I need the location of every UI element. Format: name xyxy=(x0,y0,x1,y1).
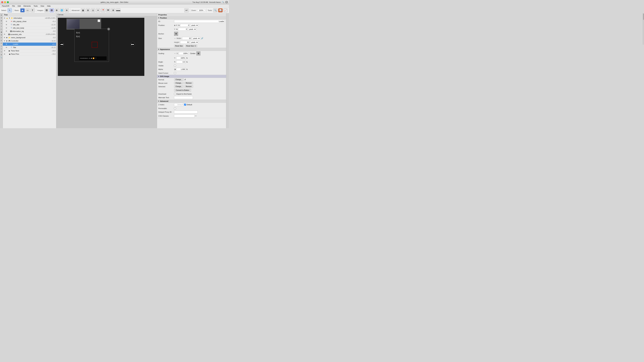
web-button[interactable]: 🌐 xyxy=(60,8,64,12)
menu-file[interactable]: File xyxy=(11,5,16,7)
vis-eye-info-title[interactable]: 👁 xyxy=(5,23,8,26)
menu-tools[interactable]: Tools xyxy=(32,5,39,7)
select-tool-button[interactable]: ↖ xyxy=(8,8,12,12)
reset-size-button[interactable]: Reset Size xyxy=(174,45,184,47)
advanced-2-button[interactable]: ⊞ xyxy=(86,8,90,12)
traffic-lights[interactable] xyxy=(1,1,9,3)
mouse-over-remove-button[interactable]: Remove xyxy=(184,82,193,84)
vis-eye-information[interactable]: 👁 xyxy=(4,17,6,19)
basic-rect-button[interactable]: ■ xyxy=(20,8,25,12)
map-button[interactable]: ⊕ xyxy=(64,8,69,12)
x-position-input[interactable] xyxy=(180,24,190,27)
center-grid[interactable] xyxy=(196,51,200,55)
tree-item-information[interactable]: 👁 🔒 ▼ 📁 information ↦0.00%,0.00% xyxy=(3,16,56,20)
vis-eye-controller[interactable]: 👁 xyxy=(4,40,6,42)
menu-view[interactable]: View xyxy=(39,5,46,7)
tree-item-info-title[interactable]: 👁 T info_title ↓12,15 xyxy=(3,23,56,26)
hand-cursor-checkbox[interactable] xyxy=(174,72,176,74)
anchor-bl[interactable] xyxy=(174,34,175,36)
tree-item-pano-next[interactable]: 👁 ▶ Pano Next →23,0 xyxy=(3,49,56,52)
expander-menu-bg[interactable]: ▶ xyxy=(6,37,8,38)
anchor-ml[interactable] xyxy=(174,33,175,34)
anchor-tr[interactable] xyxy=(177,32,178,33)
tree-item-controller[interactable]: 👁 ▶ 🎮 Controller ←10,15 xyxy=(3,39,56,42)
prev-button[interactable]: ◀◀ xyxy=(60,42,64,46)
center-tm[interactable] xyxy=(198,51,199,53)
z-index-default-checkbox[interactable] xyxy=(184,104,186,106)
next-button[interactable]: ▶▶ xyxy=(130,42,135,46)
alpha-stepper[interactable]: ⇅ xyxy=(186,68,188,70)
thumbnail-checkbox[interactable]: ✓ xyxy=(98,19,100,22)
advanced-7-button[interactable]: 🖥 xyxy=(111,8,116,12)
width-input[interactable] xyxy=(182,37,192,40)
height-unit-select[interactable]: pixels % xyxy=(190,41,198,44)
advanced-8-button[interactable]: ▬▬ xyxy=(116,8,120,12)
tree-item-title[interactable]: 👁 T Title ↓15,15 xyxy=(3,46,56,49)
advanced-section-header[interactable]: ▼ Advanced xyxy=(157,100,226,103)
image-button[interactable]: 🖼 xyxy=(44,8,49,12)
media-control-2[interactable]: ⏹ xyxy=(90,57,92,59)
left-tool-2[interactable]: ⟲ xyxy=(0,17,3,19)
advanced-6-button[interactable]: 🗺 xyxy=(106,8,110,12)
advanced-1-button[interactable]: ▦ xyxy=(81,8,85,12)
anchor-mr[interactable] xyxy=(177,33,178,34)
scale-y-input[interactable] xyxy=(176,56,186,59)
advanced-5-button[interactable]: 📍 xyxy=(101,8,105,12)
tree-item-information-bg[interactable]: 👁 information_bg ↓0,0 xyxy=(3,30,56,33)
angle-input[interactable] xyxy=(176,60,186,63)
left-tool-1[interactable]: ⊕ xyxy=(0,14,3,16)
tree-item-info-popup-close[interactable]: 👁 ✕ info_popup_close ×5,4 xyxy=(3,20,56,23)
tools-2-button[interactable]: 📊 xyxy=(218,8,223,12)
center-tr[interactable] xyxy=(199,51,200,53)
tree-item-info-text-body[interactable]: 👁 T info_text_body ↓12,45 xyxy=(3,26,56,30)
left-tool-9[interactable]: P xyxy=(0,36,3,39)
undo-button[interactable]: ↩ xyxy=(184,8,189,12)
vis-eye-screentint[interactable]: 👁 xyxy=(4,33,6,35)
id-input[interactable] xyxy=(174,20,225,23)
anchor-tm[interactable] xyxy=(176,32,177,33)
basic-border-button[interactable]: ▭ xyxy=(25,8,30,12)
basic-text-button[interactable]: T xyxy=(30,8,35,12)
vis-eye-info-text-body[interactable]: 👁 xyxy=(5,27,8,29)
svg-button[interactable]: ✿ xyxy=(54,8,59,12)
left-tool-16[interactable]: 🔍 xyxy=(0,56,3,59)
media-control-1[interactable]: ⏸ xyxy=(88,57,90,59)
menu-pano2vr[interactable]: Pano2VR xyxy=(1,5,10,7)
center-ml[interactable] xyxy=(196,53,198,54)
svg-image-section-header[interactable]: ▼ SVG Image xyxy=(157,75,226,78)
left-tool-11[interactable]: P xyxy=(0,42,3,45)
tree-item-loader[interactable]: 👁 ● Loader ●0,0 xyxy=(3,42,56,46)
media-control-3[interactable]: ⏩ xyxy=(92,57,94,59)
normal-refresh-icon[interactable]: ↺ xyxy=(184,78,186,81)
scale-y-stepper[interactable]: ⇅ xyxy=(186,57,188,59)
vis-eye-pano-prev[interactable]: 👁 xyxy=(4,53,6,55)
media-control-4[interactable]: ⛶ xyxy=(95,57,96,59)
menu-edit[interactable]: Edit xyxy=(16,5,22,7)
mouse-over-change-button[interactable]: Change... xyxy=(174,82,184,84)
canvas-viewport[interactable]: ✓ ✕ $(ut) $(ui) ◀◀ ▶▶ ℹ xyxy=(56,16,157,128)
vis-eye-menu-bg[interactable]: 👁 xyxy=(4,36,6,39)
menu-elements[interactable]: Elements xyxy=(22,5,32,7)
vis-eye-information-bg[interactable]: 👁 xyxy=(5,30,8,32)
advanced-4-button[interactable]: ✦ xyxy=(96,8,100,12)
alpha-input[interactable] xyxy=(176,68,186,71)
alt-text-input[interactable] xyxy=(174,96,193,99)
tree-item-screentint-info[interactable]: 👁 screentint_info ↓0.00%,0.00% xyxy=(3,33,56,36)
hotspot-proxy-input[interactable] xyxy=(174,111,198,113)
permeable-checkbox[interactable] xyxy=(174,107,176,109)
appearance-section-header[interactable]: ▼ Appearance xyxy=(157,48,226,51)
anchor-br[interactable] xyxy=(177,34,178,36)
selected-remove-button[interactable]: Remove xyxy=(184,85,193,88)
left-tool-4[interactable]: ✎ xyxy=(0,22,3,25)
advanced-3-button[interactable]: ◎ xyxy=(91,8,95,12)
vis-eye-title[interactable]: 👁 xyxy=(5,46,8,48)
y-unit-select[interactable]: pixels % xyxy=(188,28,196,31)
vis-eye-popup-close[interactable]: 👁 xyxy=(5,20,8,22)
center-br[interactable] xyxy=(199,54,200,55)
menu-help[interactable]: Help xyxy=(46,5,52,7)
expander-controller[interactable]: ▶ xyxy=(6,40,8,42)
left-tool-6[interactable]: ▢ xyxy=(0,28,3,30)
left-tool-15[interactable]: ⊕ xyxy=(0,53,3,56)
z-index-input[interactable] xyxy=(174,103,184,106)
tree-item-menu-background[interactable]: 👁 ▶ 📁 menu_background ↓0,0 xyxy=(3,36,56,39)
